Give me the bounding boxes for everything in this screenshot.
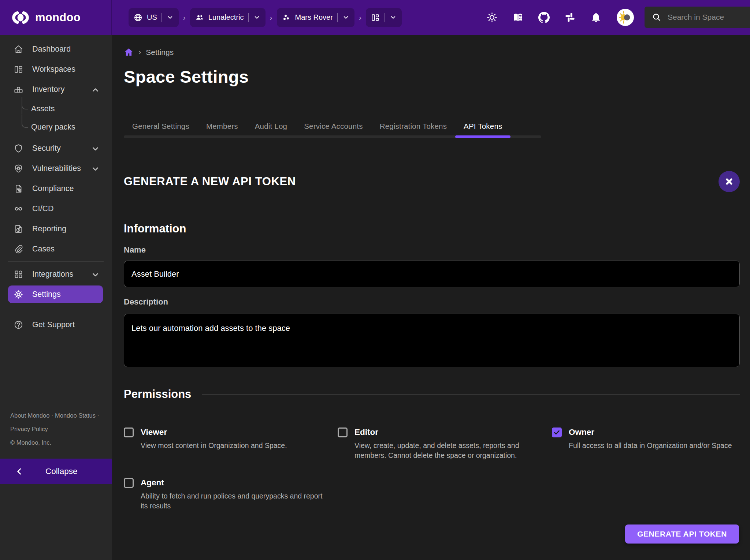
main-content: › Settings Space Settings General Settin…: [112, 35, 750, 560]
tab-members[interactable]: Members: [198, 122, 246, 138]
permission-text: OwnerFull access to all data in Organiza…: [569, 427, 732, 451]
permissions-section-header: Permissions: [124, 388, 740, 401]
sidebar-item-inventory[interactable]: Inventory: [8, 81, 103, 98]
tab-api-tokens[interactable]: API Tokens: [455, 122, 510, 138]
owner-checkbox[interactable]: [552, 428, 562, 437]
people-icon: [195, 13, 204, 22]
notifications-button[interactable]: [590, 12, 602, 23]
sidebar-item-label: Workspaces: [32, 65, 99, 74]
sidebar-item-label: CI/CD: [32, 204, 99, 213]
sidebar-item-dashboard[interactable]: Dashboard: [8, 40, 103, 58]
slack-button[interactable]: [564, 12, 576, 23]
paperclip-icon: [14, 244, 23, 254]
viewer-checkbox[interactable]: [124, 428, 134, 437]
close-panel-button[interactable]: [719, 171, 740, 192]
chip-divider: [248, 13, 249, 22]
sidebar-item-label: Inventory: [32, 85, 82, 94]
space-selector[interactable]: Mars Rover: [277, 8, 354, 27]
permission-label: Agent: [141, 478, 324, 488]
name-field[interactable]: [124, 261, 740, 287]
generate-api-token-button[interactable]: GENERATE API TOKEN: [625, 524, 739, 544]
sidebar: DashboardWorkspacesInventoryAssetsQuery …: [0, 35, 112, 560]
context-breadcrumb-chips: US›Lunalectric›Mars Rover›: [129, 8, 402, 27]
privacy-policy-link[interactable]: Privacy Policy: [10, 426, 48, 432]
sidebar-item-reporting[interactable]: Reporting: [8, 220, 103, 238]
sidebar-item-vulnerabilities[interactable]: Vulnerabilities: [8, 160, 103, 177]
description-field-label: Description: [124, 297, 740, 307]
compliance-icon: [14, 184, 23, 194]
workspace-selector[interactable]: [366, 8, 402, 27]
tab-service-accounts[interactable]: Service Accounts: [296, 122, 371, 138]
help-icon: [14, 320, 23, 330]
page-title: Space Settings: [124, 67, 740, 87]
permissions-grid: ViewerView most content in Organization …: [124, 427, 740, 511]
sidebar-item-label: Security: [32, 144, 82, 153]
sidebar-item-compliance[interactable]: Compliance: [8, 180, 103, 197]
copyright: © Mondoo, Inc.: [10, 436, 105, 449]
space-dots-icon: [282, 13, 291, 22]
mondoo-status-link[interactable]: Mondoo Status: [55, 412, 96, 419]
sidebar-item-cicd[interactable]: CI/CD: [8, 200, 103, 217]
tab-registration-tokens[interactable]: Registration Tokens: [371, 122, 455, 138]
collapse-label: Collapse: [45, 467, 78, 476]
permission-option-agent: AgentAbility to fetch and run polices an…: [124, 478, 338, 511]
theme-toggle-button[interactable]: [486, 12, 498, 23]
sidebar-nav: DashboardWorkspacesInventoryAssetsQuery …: [0, 35, 112, 333]
shield-icon: [14, 143, 23, 153]
sidebar-item-workspaces[interactable]: Workspaces: [8, 60, 103, 78]
sidebar-item-label: Vulnerabilities: [32, 164, 82, 173]
org-selector[interactable]: Lunalectric: [190, 8, 266, 27]
collapse-sidebar-button[interactable]: Collapse: [0, 459, 112, 484]
sidebar-item-query-packs[interactable]: Query packs: [8, 119, 103, 135]
chip-divider: [161, 13, 162, 22]
section-divider: [197, 229, 740, 229]
chip-separator: ›: [183, 13, 186, 22]
sidebar-item-settings[interactable]: Settings: [8, 285, 103, 303]
information-section-title: Information: [124, 222, 186, 235]
sidebar-item-label: Settings: [32, 290, 99, 299]
sidebar-item-integrations[interactable]: Integrations: [8, 265, 103, 283]
chevron-down-icon: [389, 14, 397, 21]
inventory-icon: [14, 85, 23, 94]
user-avatar[interactable]: [616, 8, 634, 26]
about-mondoo-link[interactable]: About Mondoo: [10, 412, 49, 419]
region-selector[interactable]: US: [129, 8, 179, 27]
sidebar-item-label: Cases: [32, 244, 99, 254]
integrations-icon: [14, 269, 23, 279]
sidebar-item-label: Dashboard: [32, 45, 99, 54]
permission-description: Ability to fetch and run polices and que…: [141, 491, 324, 511]
name-field-label: Name: [124, 245, 740, 255]
chevron-down-icon: [253, 14, 261, 21]
docs-button[interactable]: [512, 12, 524, 23]
sidebar-subitem-label: Query packs: [31, 123, 75, 132]
sidebar-item-get-support[interactable]: Get Support: [8, 316, 103, 333]
tab-general-settings[interactable]: General Settings: [124, 122, 198, 138]
search-input[interactable]: [667, 12, 745, 22]
permission-text: EditorView, create, update, and delete a…: [354, 427, 538, 461]
sidebar-item-cases[interactable]: Cases: [8, 240, 103, 258]
panel-title: GENERATE A NEW API TOKEN: [124, 175, 296, 188]
check-icon: [553, 429, 561, 436]
sidebar-item-security[interactable]: Security: [8, 139, 103, 157]
shield-bug-icon: [14, 164, 23, 173]
app-root: mondoo US›Lunalectric›Mars Rover› Dashbo…: [0, 0, 750, 560]
tab-audit-log[interactable]: Audit Log: [246, 122, 296, 138]
home-icon[interactable]: [124, 47, 134, 57]
breadcrumb-separator: ›: [138, 48, 141, 57]
sidebar-item-assets[interactable]: Assets: [8, 101, 103, 117]
github-button[interactable]: [538, 12, 550, 23]
close-icon: [724, 176, 735, 187]
chevron-down-icon: [342, 14, 350, 21]
chip-divider: [385, 13, 385, 22]
agent-checkbox[interactable]: [124, 478, 134, 488]
chevron-down-icon: [90, 164, 99, 173]
information-section-header: Information: [124, 222, 740, 235]
editor-checkbox[interactable]: [338, 428, 348, 437]
mondoo-logo[interactable]: mondoo: [0, 0, 112, 35]
search-icon: [652, 12, 661, 22]
mondoo-logo-icon: [11, 11, 30, 25]
chevron-down-icon: [90, 144, 99, 153]
description-field[interactable]: [124, 314, 740, 367]
footer-links-line: About Mondoo · Mondoo Status ·: [10, 409, 105, 422]
home-icon: [14, 44, 23, 54]
